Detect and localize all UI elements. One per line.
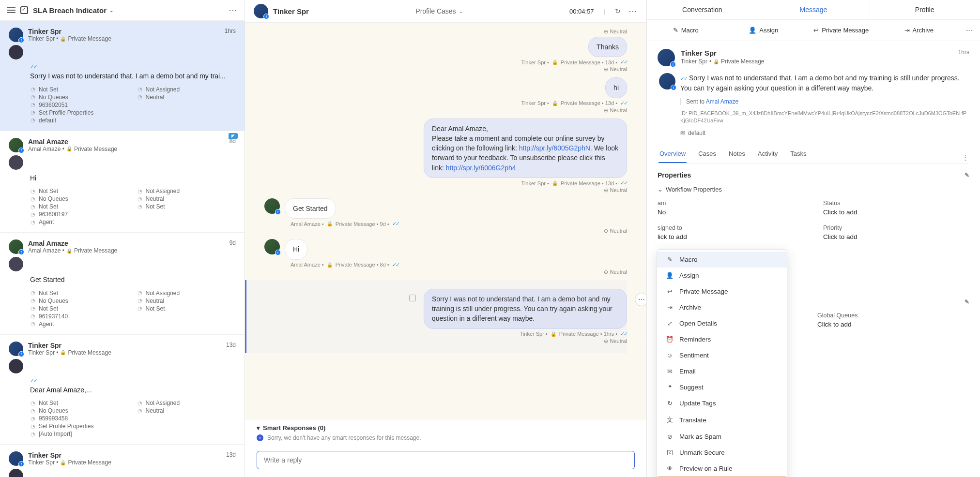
item-name: Amal Amaze — [28, 239, 236, 247]
profile-cases-dropdown[interactable]: Profile Cases⌄ — [316, 7, 563, 15]
property-cell[interactable]: Global QueuesClick to add — [817, 312, 969, 328]
action-assign[interactable]: 👤 Assign — [725, 22, 803, 39]
chat-message: Dear Amal Amaze,Please take a moment and… — [264, 119, 627, 194]
select-checkbox[interactable] — [409, 295, 416, 301]
chat-message: fGet StartedAmal Amaze • 🔒 Private Messa… — [264, 198, 627, 234]
sentiment-badge: ⊝ Neutral — [604, 338, 627, 344]
item-sub: Amal Amaze • 🔒 Private Message — [28, 247, 236, 254]
ctx-translate[interactable]: 文Translate — [657, 411, 787, 429]
reminders-icon: ⏰ — [666, 336, 674, 343]
list-item[interactable]: f Tinker Spr Tinker Spr • 🔒 Private Mess… — [0, 445, 245, 477]
list-item[interactable]: f Tinker Spr Tinker Spr • 🔒 Private Mess… — [0, 335, 245, 445]
top-tabs: ConversationMessageProfile — [647, 0, 980, 20]
avatar: f — [9, 138, 23, 152]
center-panel: f Tinker Spr Profile Cases⌄ 00:04:57 | ↻… — [245, 0, 647, 477]
lock-icon: 🔒 — [60, 460, 66, 465]
list-item[interactable]: ◤ f Amal Amaze Amal Amaze • 🔒 Private Me… — [0, 131, 245, 233]
sub-tabs: OverviewCasesNotesActivityTasks⋮ — [658, 145, 969, 164]
suggest-icon: ❝ — [666, 384, 674, 391]
workflow-properties-toggle[interactable]: ⌄ Workflow Properties — [658, 186, 969, 193]
property-cell[interactable]: PriorityClick to add — [823, 224, 969, 240]
checkbox-icon[interactable] — [20, 6, 28, 14]
subtab-tasks[interactable]: Tasks — [789, 145, 807, 163]
mark-as-spam-icon: ⊘ — [666, 433, 674, 440]
properties-title: Properties — [658, 171, 691, 179]
chat-message: fHiAmal Amaze • 🔒 Private Message • 8d •… — [264, 239, 627, 275]
action-archive[interactable]: ⇥ Archive — [880, 22, 958, 39]
property-value: Click to add — [817, 321, 969, 328]
facebook-badge-icon: f — [670, 61, 676, 67]
more-icon[interactable]: ⋮ — [961, 149, 969, 166]
item-time: 8d — [230, 138, 236, 145]
subtab-notes[interactable]: Notes — [728, 145, 746, 163]
refresh-icon[interactable]: ↻ — [615, 7, 621, 15]
profile-name: Tinker Spr — [681, 49, 764, 57]
tab-conversation[interactable]: Conversation — [647, 0, 758, 19]
link[interactable]: http://spr.ly/6005G2phN — [519, 144, 590, 152]
avatar: f — [658, 49, 675, 66]
ctx-open-details[interactable]: ⤢Open Details — [657, 315, 787, 331]
lock-icon: 🔒 — [327, 262, 333, 268]
ctx-assign[interactable]: 👤Assign — [657, 268, 787, 283]
subtab-overview[interactable]: Overview — [658, 145, 687, 163]
action-private-message[interactable]: ↩ Private Message — [802, 22, 880, 39]
message-more-icon[interactable]: ⋯ — [635, 293, 646, 306]
more-icon[interactable]: ⋯ — [229, 5, 238, 15]
more-icon[interactable]: ⋯ — [628, 6, 638, 16]
item-time: 13d — [226, 451, 236, 458]
ctx-suggest[interactable]: ❝Suggest — [657, 379, 787, 395]
subtab-cases[interactable]: Cases — [697, 145, 717, 163]
chevron-down-icon: ⌄ — [459, 9, 463, 14]
avatar: f — [9, 451, 23, 466]
lock-icon: 🔒 — [552, 180, 558, 186]
action-macro[interactable]: ✎ Macro — [647, 22, 725, 39]
link[interactable]: http://spr.ly/6006G2ph4 — [446, 164, 516, 172]
menu-icon[interactable] — [7, 7, 15, 13]
property-cell[interactable]: amNo — [658, 200, 804, 216]
property-value: No — [658, 209, 804, 216]
translate-icon: 文 — [666, 416, 674, 424]
smart-responses: ▾ Smart Responses (0) i Sorry, we don't … — [245, 419, 646, 446]
recipient-link[interactable]: Amal Amaze — [706, 98, 738, 105]
item-time: 13d — [226, 342, 236, 348]
message-meta: Tinker Spr • 🔒 Private Message • 1hrs • … — [264, 331, 627, 337]
item-time: 1hrs — [225, 28, 236, 34]
profile-message: Sorry I was not to understand that. I am… — [680, 74, 960, 92]
open-details-icon: ⤢ — [666, 320, 674, 327]
message-meta: Tinker Spr • 🔒 Private Message • 13d • ✓… — [264, 100, 627, 106]
property-cell[interactable]: signed tolick to add — [658, 224, 804, 240]
subtab-activity[interactable]: Activity — [757, 145, 779, 163]
chevron-down-icon: ⌄ — [658, 186, 663, 193]
tab-message[interactable]: Message — [758, 0, 869, 19]
list-title[interactable]: SLA Breach Indicator⌄ — [33, 6, 224, 15]
item-preview: Sorry I was not to understand that. I am… — [30, 72, 236, 81]
ctx-preview-on-a-rule[interactable]: 👁Preview on a Rule — [657, 461, 787, 477]
ctx-macro[interactable]: ✎Macro — [657, 252, 787, 268]
property-cell[interactable]: StatusClick to add — [823, 200, 969, 216]
property-label: Status — [823, 200, 969, 207]
item-preview: Dear Amal Amaze,... — [30, 386, 236, 395]
edit-icon[interactable]: ✎ — [965, 298, 969, 305]
property-label: Priority — [823, 224, 969, 231]
facebook-badge-icon: f — [263, 14, 269, 19]
property-label: signed to — [658, 224, 804, 231]
conversation-title: f Tinker Spr — [254, 4, 309, 18]
ctx-mark-as-spam[interactable]: ⊘Mark as Spam — [657, 429, 787, 445]
ctx-update-tags[interactable]: ↻Update Tags — [657, 395, 787, 411]
ctx-private-message[interactable]: ↩Private Message — [657, 283, 787, 299]
ctx-email[interactable]: ✉Email — [657, 363, 787, 379]
list-item[interactable]: f Tinker Spr Tinker Spr • 🔒 Private Mess… — [0, 21, 245, 131]
ctx-archive[interactable]: ⇥Archive — [657, 299, 787, 315]
reply-input[interactable] — [257, 451, 635, 469]
facebook-badge-icon: f — [18, 351, 24, 357]
caret-down-icon[interactable]: ▾ — [257, 424, 260, 432]
more-icon[interactable]: ⋯ — [958, 22, 980, 39]
ctx-reminders[interactable]: ⏰Reminders — [657, 331, 787, 347]
facebook-badge-icon: f — [18, 37, 24, 43]
lock-icon: 🔒 — [327, 221, 333, 226]
tab-profile[interactable]: Profile — [869, 0, 980, 19]
list-item[interactable]: f Amal Amaze Amal Amaze • 🔒 Private Mess… — [0, 233, 245, 335]
ctx-sentiment[interactable]: ☺Sentiment — [657, 347, 787, 363]
ctx-unmark-secure[interactable]: ⚿Unmark Secure — [657, 445, 787, 461]
edit-icon[interactable]: ✎ — [965, 172, 969, 179]
